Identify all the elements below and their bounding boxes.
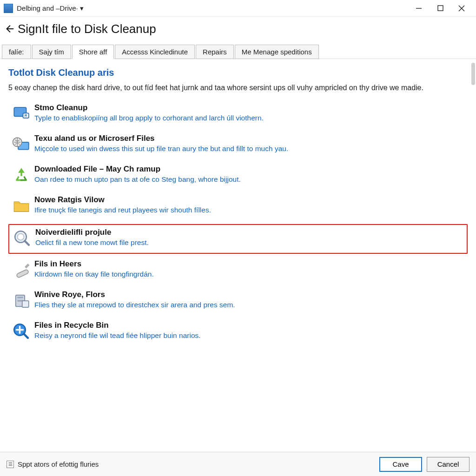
disk-stack-icon [12,291,31,311]
close-icon [458,5,465,12]
item-description: Reisy a neyrond file wil tead fiée hlipp… [34,331,388,340]
hint-icon: ☰ [7,461,14,468]
globe-screen-icon [12,135,31,154]
tab-4[interactable]: Repairs [196,45,234,59]
maximize-button[interactable] [430,1,451,15]
item-description: Oan rdee to much upto pan ts at ofe co S… [34,175,388,184]
item-title: Texu aland us or Microserf Files [34,134,466,143]
cleanup-item-6[interactable]: Winive Roye, FlorsFlies they sle at mrep… [8,286,468,317]
tab-0[interactable]: falíe: [2,45,31,59]
item-title: Winive Roye, Flors [34,290,466,299]
title-bar: Delbing and –Drive· ▾ [0,0,476,17]
cleanup-item-1[interactable]: Texu aland us or Microserf FilesMiçcole … [8,130,468,161]
tab-2[interactable]: Shore aff [72,45,114,59]
cleanup-item-7[interactable]: Files in Recycle BinReisy a neyrond file… [8,317,468,348]
close-button[interactable] [451,1,472,15]
cleanup-item-0[interactable]: RStmo CleanupTyple to enabliskopiíng all… [8,99,468,130]
save-button[interactable]: Cave [379,457,422,472]
tab-1[interactable]: Sajy tím [32,45,71,59]
tab-3[interactable]: Accesss Kincledinute [115,45,195,59]
svg-point-11 [18,233,24,240]
item-description: Klirdown file on tkay file tongfingrdán. [34,270,388,279]
computer-monitor-icon: R [12,104,31,124]
item-description: Ifire tnuçk file tanegis and reut playee… [34,205,388,215]
scrollbar[interactable] [471,63,475,85]
back-button[interactable] [2,21,17,36]
folder-icon [12,196,31,216]
minimize-button[interactable] [408,1,430,15]
content-area: Totlot Disk Cleanup aris 5 eoay chanep t… [0,59,476,459]
svg-rect-16 [17,297,23,298]
computer-monitor-icon: R [12,104,31,124]
item-description: Typle to enabliskopiíng all brog apply t… [34,113,388,123]
plus-magnifier-icon [12,322,31,341]
section-heading: Totlot Disk Cleanup aris [8,67,468,78]
plus-magnifier-icon [12,322,31,341]
tab-strip: falíe:Sajy tímShore affAccesss Kincledin… [0,45,476,59]
svg-marker-14 [25,264,30,269]
back-arrow-icon [4,24,14,34]
svg-rect-13 [16,269,29,278]
item-description: Flies they sle at mrepowd to direstchex … [34,300,388,310]
cleanup-item-4[interactable]: Noiverdielifli projuleOelict fil a new t… [8,224,468,254]
item-title: Noiverdielifli projule [35,228,465,237]
cleanup-item-2[interactable]: Downloaded File – May Ch ramupOan rdee t… [8,161,468,192]
folder-icon [12,196,31,216]
pen-cylinder-icon [12,260,31,280]
globe-screen-icon [12,135,31,154]
svg-line-22 [24,334,28,338]
item-description: Oelict fil a new tone mowt file prest. [35,238,389,247]
tab-5[interactable]: Me Menage speditions [235,45,319,59]
item-title: Nowe Ratgis Vilow [34,195,466,205]
item-title: Stmo Cleanup [34,103,466,112]
maximize-icon [437,5,443,11]
recycle-arrows-icon [12,165,31,185]
svg-rect-18 [22,301,29,307]
svg-line-12 [25,241,29,245]
page-title: SignIt file to Disk Cleanup [18,22,156,36]
svg-rect-1 [438,6,443,11]
svg-text:R: R [25,113,27,118]
footer-hint: Sppt ators of efottig fluries [18,460,99,468]
cleanup-item-5[interactable]: Fils in HeersKlirdown file on tkay file … [8,256,468,286]
magnifier-icon [13,229,32,248]
window-title: Delbing and –Drive· ▾ [17,4,84,13]
footer-bar: ☰ Sppt ators of efottig fluries Cave Can… [0,452,476,476]
app-icon [4,4,13,13]
pen-cylinder-icon [12,260,31,280]
minimize-icon [416,5,422,12]
section-description: 5 eoay chanep the disk hard drive, to ou… [8,83,445,93]
page-header: SignIt file to Disk Cleanup [0,17,476,45]
cleanup-item-3[interactable]: Nowe Ratgis VilowIfire tnuçk file tanegi… [8,192,468,222]
cancel-button[interactable]: Cancel [427,457,469,472]
item-title: Fils in Heers [34,259,466,269]
magnifier-icon [13,229,32,248]
item-title: Downloaded File – May Ch ramup [34,165,466,174]
recycle-arrows-icon [12,165,31,185]
disk-stack-icon [12,291,31,311]
cleanup-item-list: RStmo CleanupTyple to enabliskopiíng all… [8,99,468,348]
item-description: Miçcole to used win dwess this sut up fi… [34,144,388,153]
item-title: Files in Recycle Bin [34,321,466,330]
